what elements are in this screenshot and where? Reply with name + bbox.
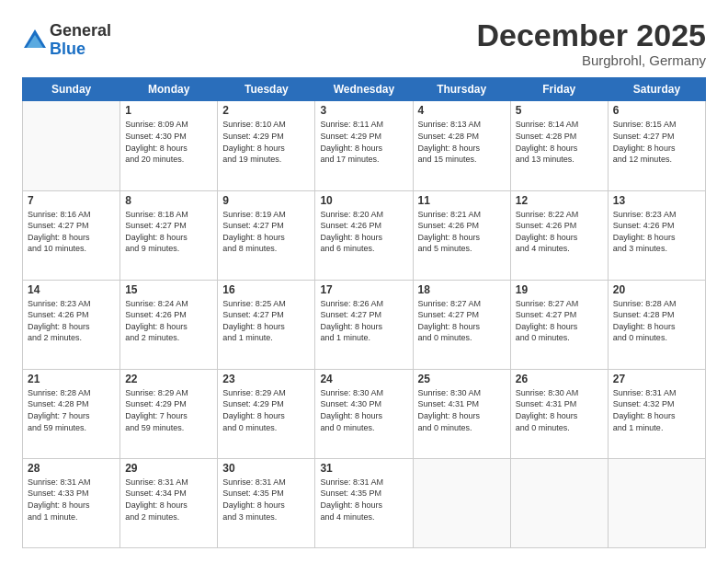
month-title: December 2025 bbox=[476, 18, 706, 52]
calendar-day-cell: 14Sunrise: 8:23 AMSunset: 4:26 PMDayligh… bbox=[23, 280, 120, 369]
calendar-day-cell: 15Sunrise: 8:24 AMSunset: 4:26 PMDayligh… bbox=[120, 280, 218, 369]
day-number: 21 bbox=[28, 373, 115, 385]
calendar-day-cell: 24Sunrise: 8:30 AMSunset: 4:30 PMDayligh… bbox=[315, 369, 413, 458]
calendar-week-row: 14Sunrise: 8:23 AMSunset: 4:26 PMDayligh… bbox=[23, 280, 706, 369]
day-info: Sunrise: 8:27 AMSunset: 4:27 PMDaylight:… bbox=[516, 298, 603, 344]
logo-icon bbox=[22, 28, 48, 53]
day-info: Sunrise: 8:30 AMSunset: 4:31 PMDaylight:… bbox=[516, 387, 603, 433]
calendar-day-cell: 6Sunrise: 8:15 AMSunset: 4:27 PMDaylight… bbox=[608, 101, 705, 190]
calendar-day-cell: 29Sunrise: 8:31 AMSunset: 4:34 PMDayligh… bbox=[120, 458, 218, 547]
day-number: 15 bbox=[125, 283, 212, 296]
calendar-day-cell bbox=[23, 101, 120, 190]
weekday-header-row: SundayMondayTuesdayWednesdayThursdayFrid… bbox=[23, 78, 706, 101]
day-number: 10 bbox=[320, 194, 407, 207]
day-number: 7 bbox=[28, 194, 115, 207]
calendar-day-cell: 18Sunrise: 8:27 AMSunset: 4:27 PMDayligh… bbox=[413, 280, 510, 369]
day-info: Sunrise: 8:24 AMSunset: 4:26 PMDaylight:… bbox=[125, 298, 212, 344]
page: General Blue December 2025 Burgbrohl, Ge… bbox=[0, 0, 728, 563]
calendar-day-cell: 12Sunrise: 8:22 AMSunset: 4:26 PMDayligh… bbox=[510, 190, 608, 280]
day-info: Sunrise: 8:31 AMSunset: 4:33 PMDaylight:… bbox=[28, 477, 115, 523]
calendar-day-cell: 9Sunrise: 8:19 AMSunset: 4:27 PMDaylight… bbox=[218, 190, 315, 280]
calendar-day-cell bbox=[413, 458, 510, 547]
calendar-day-cell: 27Sunrise: 8:31 AMSunset: 4:32 PMDayligh… bbox=[608, 369, 705, 458]
weekday-header-cell: Friday bbox=[510, 78, 608, 101]
day-info: Sunrise: 8:25 AMSunset: 4:27 PMDaylight:… bbox=[222, 298, 310, 344]
header: General Blue December 2025 Burgbrohl, Ge… bbox=[22, 18, 706, 68]
calendar-day-cell: 31Sunrise: 8:31 AMSunset: 4:35 PMDayligh… bbox=[315, 458, 413, 547]
day-number: 6 bbox=[613, 104, 700, 117]
calendar-day-cell: 4Sunrise: 8:13 AMSunset: 4:28 PMDaylight… bbox=[413, 101, 510, 190]
calendar-day-cell: 7Sunrise: 8:16 AMSunset: 4:27 PMDaylight… bbox=[23, 190, 120, 280]
calendar-day-cell: 5Sunrise: 8:14 AMSunset: 4:28 PMDaylight… bbox=[510, 101, 608, 190]
day-number: 29 bbox=[125, 462, 212, 475]
day-info: Sunrise: 8:20 AMSunset: 4:26 PMDaylight:… bbox=[320, 209, 407, 255]
day-info: Sunrise: 8:14 AMSunset: 4:28 PMDaylight:… bbox=[516, 119, 603, 165]
day-number: 27 bbox=[613, 373, 700, 385]
day-number: 25 bbox=[418, 373, 506, 385]
day-number: 13 bbox=[613, 194, 700, 207]
day-number: 28 bbox=[28, 462, 115, 475]
calendar-day-cell: 3Sunrise: 8:11 AMSunset: 4:29 PMDaylight… bbox=[315, 101, 413, 190]
day-info: Sunrise: 8:29 AMSunset: 4:29 PMDaylight:… bbox=[125, 387, 212, 433]
calendar-day-cell: 1Sunrise: 8:09 AMSunset: 4:30 PMDaylight… bbox=[120, 101, 218, 190]
day-info: Sunrise: 8:27 AMSunset: 4:27 PMDaylight:… bbox=[418, 298, 506, 344]
calendar-day-cell bbox=[608, 458, 705, 547]
day-info: Sunrise: 8:15 AMSunset: 4:27 PMDaylight:… bbox=[613, 119, 700, 165]
logo-blue: Blue bbox=[50, 40, 111, 59]
weekday-header-cell: Tuesday bbox=[218, 78, 315, 101]
weekday-header-cell: Thursday bbox=[413, 78, 510, 101]
title-block: December 2025 Burgbrohl, Germany bbox=[476, 18, 706, 68]
calendar-day-cell: 22Sunrise: 8:29 AMSunset: 4:29 PMDayligh… bbox=[120, 369, 218, 458]
calendar-day-cell bbox=[510, 458, 608, 547]
day-info: Sunrise: 8:30 AMSunset: 4:30 PMDaylight:… bbox=[320, 387, 407, 433]
calendar-day-cell: 30Sunrise: 8:31 AMSunset: 4:35 PMDayligh… bbox=[218, 458, 315, 547]
day-info: Sunrise: 8:11 AMSunset: 4:29 PMDaylight:… bbox=[320, 119, 407, 165]
day-number: 11 bbox=[418, 194, 506, 207]
calendar-day-cell: 28Sunrise: 8:31 AMSunset: 4:33 PMDayligh… bbox=[23, 458, 120, 547]
logo-text: General Blue bbox=[50, 22, 111, 59]
calendar-day-cell: 8Sunrise: 8:18 AMSunset: 4:27 PMDaylight… bbox=[120, 190, 218, 280]
day-info: Sunrise: 8:19 AMSunset: 4:27 PMDaylight:… bbox=[222, 209, 310, 255]
day-info: Sunrise: 8:28 AMSunset: 4:28 PMDaylight:… bbox=[28, 387, 115, 433]
day-info: Sunrise: 8:30 AMSunset: 4:31 PMDaylight:… bbox=[418, 387, 506, 433]
day-info: Sunrise: 8:28 AMSunset: 4:28 PMDaylight:… bbox=[613, 298, 700, 344]
calendar-day-cell: 25Sunrise: 8:30 AMSunset: 4:31 PMDayligh… bbox=[413, 369, 510, 458]
day-info: Sunrise: 8:18 AMSunset: 4:27 PMDaylight:… bbox=[125, 209, 212, 255]
day-number: 31 bbox=[320, 462, 407, 475]
calendar-week-row: 21Sunrise: 8:28 AMSunset: 4:28 PMDayligh… bbox=[23, 369, 706, 458]
day-info: Sunrise: 8:31 AMSunset: 4:32 PMDaylight:… bbox=[613, 387, 700, 433]
calendar-week-row: 7Sunrise: 8:16 AMSunset: 4:27 PMDaylight… bbox=[23, 190, 706, 280]
calendar-day-cell: 26Sunrise: 8:30 AMSunset: 4:31 PMDayligh… bbox=[510, 369, 608, 458]
weekday-header-cell: Sunday bbox=[23, 78, 120, 101]
calendar-day-cell: 2Sunrise: 8:10 AMSunset: 4:29 PMDaylight… bbox=[218, 101, 315, 190]
day-number: 8 bbox=[125, 194, 212, 207]
calendar-day-cell: 17Sunrise: 8:26 AMSunset: 4:27 PMDayligh… bbox=[315, 280, 413, 369]
calendar-day-cell: 10Sunrise: 8:20 AMSunset: 4:26 PMDayligh… bbox=[315, 190, 413, 280]
day-info: Sunrise: 8:31 AMSunset: 4:35 PMDaylight:… bbox=[320, 477, 407, 523]
day-number: 1 bbox=[125, 104, 212, 117]
calendar-day-cell: 19Sunrise: 8:27 AMSunset: 4:27 PMDayligh… bbox=[510, 280, 608, 369]
day-number: 3 bbox=[320, 104, 407, 117]
logo-general: General bbox=[50, 22, 111, 40]
calendar-day-cell: 23Sunrise: 8:29 AMSunset: 4:29 PMDayligh… bbox=[218, 369, 315, 458]
logo: General Blue bbox=[22, 22, 111, 59]
day-info: Sunrise: 8:10 AMSunset: 4:29 PMDaylight:… bbox=[222, 119, 310, 165]
day-number: 4 bbox=[418, 104, 506, 117]
day-info: Sunrise: 8:26 AMSunset: 4:27 PMDaylight:… bbox=[320, 298, 407, 344]
day-number: 30 bbox=[222, 462, 310, 475]
day-number: 12 bbox=[516, 194, 603, 207]
day-number: 17 bbox=[320, 283, 407, 296]
calendar-day-cell: 11Sunrise: 8:21 AMSunset: 4:26 PMDayligh… bbox=[413, 190, 510, 280]
day-info: Sunrise: 8:22 AMSunset: 4:26 PMDaylight:… bbox=[516, 209, 603, 255]
weekday-header-cell: Monday bbox=[120, 78, 218, 101]
day-number: 2 bbox=[222, 104, 310, 117]
calendar-table: SundayMondayTuesdayWednesdayThursdayFrid… bbox=[22, 77, 706, 548]
day-number: 5 bbox=[516, 104, 603, 117]
day-info: Sunrise: 8:16 AMSunset: 4:27 PMDaylight:… bbox=[28, 209, 115, 255]
day-info: Sunrise: 8:21 AMSunset: 4:26 PMDaylight:… bbox=[418, 209, 506, 255]
day-info: Sunrise: 8:31 AMSunset: 4:35 PMDaylight:… bbox=[222, 477, 310, 523]
calendar-week-row: 1Sunrise: 8:09 AMSunset: 4:30 PMDaylight… bbox=[23, 101, 706, 190]
day-number: 18 bbox=[418, 283, 506, 296]
day-number: 14 bbox=[28, 283, 115, 296]
calendar-day-cell: 13Sunrise: 8:23 AMSunset: 4:26 PMDayligh… bbox=[608, 190, 705, 280]
